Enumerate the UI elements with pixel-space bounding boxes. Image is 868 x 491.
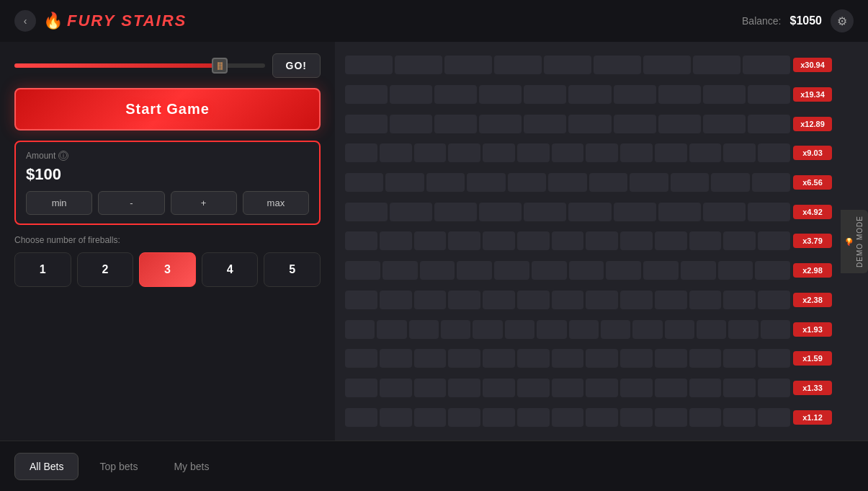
grid-cell[interactable] xyxy=(718,261,753,280)
grid-cell[interactable] xyxy=(658,85,701,104)
grid-cell[interactable] xyxy=(517,143,550,162)
grid-cell[interactable] xyxy=(414,143,447,162)
grid-cell[interactable] xyxy=(345,85,388,104)
grid-cell[interactable] xyxy=(743,56,790,74)
grid-cell[interactable] xyxy=(414,379,447,397)
grid-cell[interactable] xyxy=(380,349,412,368)
grid-cell[interactable] xyxy=(380,408,412,427)
grid-cell[interactable] xyxy=(544,56,591,74)
grid-cell[interactable] xyxy=(414,291,447,309)
grid-cell[interactable] xyxy=(586,231,618,250)
grid-cell[interactable] xyxy=(444,56,492,74)
grid-cell[interactable] xyxy=(586,291,618,309)
grid-cell[interactable] xyxy=(467,173,505,192)
grid-cell[interactable] xyxy=(761,320,790,339)
grid-cell[interactable] xyxy=(681,261,716,280)
grid-cell[interactable] xyxy=(448,379,480,397)
grid-cell[interactable] xyxy=(697,320,726,339)
grid-cell[interactable] xyxy=(655,379,687,397)
grid-cell[interactable] xyxy=(552,231,584,250)
grid-cell[interactable] xyxy=(689,143,722,162)
grid-cell[interactable] xyxy=(517,349,550,368)
grid-cell[interactable] xyxy=(606,261,641,280)
grid-cell[interactable] xyxy=(711,173,749,192)
grid-cell[interactable] xyxy=(483,291,515,309)
grid-cell[interactable] xyxy=(655,143,687,162)
grid-cell[interactable] xyxy=(594,56,641,74)
grid-cell[interactable] xyxy=(479,203,522,221)
grid-cell[interactable] xyxy=(517,408,550,427)
grid-cell[interactable] xyxy=(552,291,584,309)
grid-cell[interactable] xyxy=(671,173,709,192)
grid-cell[interactable] xyxy=(434,203,477,221)
grid-cell[interactable] xyxy=(689,291,722,309)
grid-cell[interactable] xyxy=(632,320,662,339)
grid-cell[interactable] xyxy=(643,56,691,74)
amount-max-button[interactable]: max xyxy=(243,191,309,215)
grid-cell[interactable] xyxy=(748,203,790,221)
grid-cell[interactable] xyxy=(723,379,756,397)
grid-cell[interactable] xyxy=(723,408,756,427)
grid-cell[interactable] xyxy=(586,408,618,427)
grid-cell[interactable] xyxy=(494,261,529,280)
grid-cell[interactable] xyxy=(569,261,604,280)
grid-cell[interactable] xyxy=(448,408,480,427)
grid-cell[interactable] xyxy=(758,349,790,368)
grid-cell[interactable] xyxy=(345,115,388,133)
grid-cell[interactable] xyxy=(380,143,412,162)
grid-cell[interactable] xyxy=(537,320,566,339)
grid-cell[interactable] xyxy=(483,143,515,162)
grid-cell[interactable] xyxy=(414,408,447,427)
grid-cell[interactable] xyxy=(345,143,377,162)
grid-cell[interactable] xyxy=(620,291,653,309)
grid-cell[interactable] xyxy=(723,349,756,368)
grid-cell[interactable] xyxy=(448,231,480,250)
amount-minus-button[interactable]: - xyxy=(98,191,164,215)
grid-cell[interactable] xyxy=(532,261,567,280)
grid-cell[interactable] xyxy=(703,85,746,104)
grid-cell[interactable] xyxy=(479,115,522,133)
grid-cell[interactable] xyxy=(524,203,566,221)
grid-cell[interactable] xyxy=(434,115,477,133)
go-button[interactable]: GO! xyxy=(272,53,321,78)
grid-cell[interactable] xyxy=(552,143,584,162)
grid-cell[interactable] xyxy=(345,261,380,280)
grid-cell[interactable] xyxy=(601,320,630,339)
grid-cell[interactable] xyxy=(728,320,758,339)
grid-cell[interactable] xyxy=(345,349,377,368)
grid-cell[interactable] xyxy=(614,85,656,104)
fireball-btn-3[interactable]: 3 xyxy=(139,252,196,287)
grid-cell[interactable] xyxy=(689,379,722,397)
grid-cell[interactable] xyxy=(345,408,377,427)
settings-button[interactable]: ⚙ xyxy=(831,9,854,32)
grid-cell[interactable] xyxy=(658,203,701,221)
back-button[interactable]: ‹ xyxy=(14,10,36,32)
grid-cell[interactable] xyxy=(630,173,668,192)
grid-cell[interactable] xyxy=(748,85,790,104)
grid-cell[interactable] xyxy=(586,143,618,162)
grid-cell[interactable] xyxy=(755,261,790,280)
grid-cell[interactable] xyxy=(345,291,377,309)
grid-cell[interactable] xyxy=(620,231,653,250)
grid-cell[interactable] xyxy=(689,349,722,368)
grid-cell[interactable] xyxy=(345,320,375,339)
grid-cell[interactable] xyxy=(345,231,377,250)
grid-cell[interactable] xyxy=(703,115,746,133)
grid-cell[interactable] xyxy=(758,143,790,162)
grid-cell[interactable] xyxy=(655,349,687,368)
grid-cell[interactable] xyxy=(380,291,412,309)
grid-cell[interactable] xyxy=(505,320,534,339)
grid-cell[interactable] xyxy=(494,56,542,74)
grid-cell[interactable] xyxy=(426,173,465,192)
grid-cell[interactable] xyxy=(655,231,687,250)
grid-cell[interactable] xyxy=(552,349,584,368)
grid-cell[interactable] xyxy=(382,261,418,280)
fireball-btn-4[interactable]: 4 xyxy=(202,252,259,287)
grid-cell[interactable] xyxy=(508,173,546,192)
grid-cell[interactable] xyxy=(552,408,584,427)
grid-cell[interactable] xyxy=(524,115,566,133)
grid-cell[interactable] xyxy=(689,408,722,427)
grid-cell[interactable] xyxy=(703,203,746,221)
grid-cell[interactable] xyxy=(345,56,393,74)
grid-cell[interactable] xyxy=(748,115,790,133)
